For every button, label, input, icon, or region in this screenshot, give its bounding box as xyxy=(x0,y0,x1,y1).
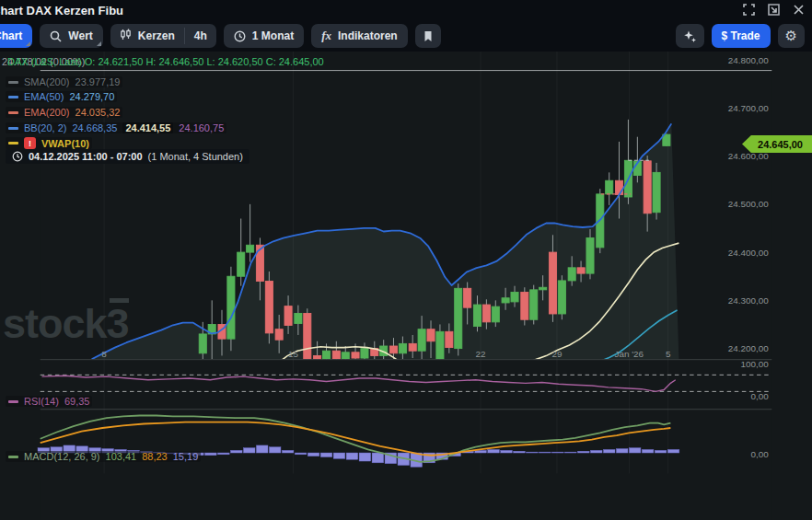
macd-histogram-bar xyxy=(282,450,294,453)
candle-up xyxy=(455,288,462,348)
macd-histogram-bar xyxy=(359,453,371,461)
settings-button[interactable]: ⚙ xyxy=(778,24,805,48)
clock-small-icon xyxy=(12,151,23,162)
candle-down xyxy=(332,351,340,359)
gear-icon: ⚙ xyxy=(785,28,797,44)
legend-row-bb[interactable]: BB(20, 2) 24.668,35 24.414,55 24.160,75 xyxy=(6,122,226,133)
candle-up xyxy=(558,281,565,314)
macd-histogram-bar xyxy=(577,451,589,453)
legend-row-ema200[interactable]: EMA(200) 24.035,32 xyxy=(6,107,122,118)
macd-histogram-bar xyxy=(217,453,229,455)
candle-down xyxy=(446,331,453,347)
templates-button[interactable] xyxy=(415,24,441,48)
stock3-watermark: stock3 xyxy=(3,303,129,344)
candle-down xyxy=(615,180,622,194)
macd-histogram-bar xyxy=(205,453,217,456)
macd-histogram-bar xyxy=(539,452,551,453)
period-button[interactable]: 1 Monat xyxy=(224,24,304,48)
rsi-axis-label: 100,00 xyxy=(740,359,769,369)
macd-histogram-bar xyxy=(514,451,526,453)
candle-up xyxy=(399,343,406,352)
trade-button[interactable]: $ Trade xyxy=(712,24,771,48)
macd-histogram-bar xyxy=(590,450,602,453)
candle-up xyxy=(473,305,481,327)
candle-down xyxy=(482,305,490,322)
symbol-search-button[interactable]: Wert xyxy=(40,24,102,48)
candle-down xyxy=(521,292,528,319)
macd-histogram-bar xyxy=(269,447,281,453)
macd-histogram-bar xyxy=(320,453,332,457)
price-axis-label: 24.300,00 xyxy=(728,295,770,306)
rsi-value: 69,35 xyxy=(64,396,90,407)
candle-up xyxy=(606,180,613,194)
candle-down xyxy=(427,329,435,341)
legend-row-ema50[interactable]: EMA(50) 24.279,70 xyxy=(6,91,117,102)
macd-signal-value: 88,23 xyxy=(142,451,168,462)
period-label: 1 Monat xyxy=(252,29,294,42)
price-axis-label: 24.400,00 xyxy=(728,248,770,258)
chart-window: Chart DAX Kerzen Fibu Chart xyxy=(0,0,812,520)
time-range-value: 04.12.2025 11:00 - 07:00 xyxy=(29,151,143,162)
chart-type-button[interactable]: Kerzen xyxy=(110,24,184,48)
candle-down xyxy=(284,306,292,326)
macd-histogram-bar xyxy=(565,452,577,453)
legend-row-sma[interactable]: SMA(200) 23.977,19 xyxy=(6,76,122,87)
interval-button[interactable]: 4h xyxy=(185,24,216,48)
popout-icon[interactable] xyxy=(767,3,780,16)
ema50-name: EMA(50) xyxy=(24,91,64,102)
macd-histogram-bar xyxy=(667,449,679,453)
chart-button-label: Chart xyxy=(0,29,22,42)
symbol-search-label: Wert xyxy=(68,29,92,42)
macd-color-dash xyxy=(8,456,18,458)
macd-histogram-bar xyxy=(655,450,667,453)
legend-row-rsi[interactable]: RSI(14) 69,35 xyxy=(6,396,92,407)
macd-axis-label: 0,00 xyxy=(750,449,769,459)
candle-up xyxy=(511,292,518,301)
candle-down xyxy=(409,343,416,351)
date-axis-label: Jan '26 xyxy=(615,349,644,359)
bb-lower-value: 24.160,75 xyxy=(179,122,224,133)
candle-up xyxy=(247,245,254,252)
last-price-value: 24.645,00 xyxy=(758,139,803,150)
ema50-color-dash xyxy=(8,96,18,98)
candle-up xyxy=(418,329,425,352)
indicators-button[interactable]: fx Indikatoren xyxy=(311,24,408,48)
macd-histogram-bar xyxy=(603,449,615,453)
close-icon[interactable] xyxy=(792,3,805,16)
ai-assistant-button[interactable] xyxy=(676,24,704,48)
chart-type-label: Kerzen xyxy=(138,29,175,42)
chart-button[interactable]: Chart xyxy=(0,24,32,48)
sma-name: SMA(200) xyxy=(24,76,70,87)
candle-down xyxy=(577,268,585,273)
legend-row-vwap[interactable]: ! VWAP(10) xyxy=(6,137,92,149)
vwap-warning-icon[interactable]: ! xyxy=(24,137,36,149)
candle-down xyxy=(464,288,471,307)
candle-up xyxy=(502,298,509,303)
macd-histogram-bar xyxy=(256,445,268,453)
chart-type-interval-group: Kerzen 4h xyxy=(110,24,216,48)
bb-color-dash xyxy=(8,127,18,130)
legend-row-macd[interactable]: MACD(12, 26, 9) 103,41 88,23 15,19 xyxy=(6,451,201,462)
candle-up xyxy=(199,334,206,353)
rsi-color-dash xyxy=(8,400,18,403)
candle-up xyxy=(568,268,575,281)
candle-up xyxy=(227,276,235,339)
candle-down xyxy=(549,252,556,314)
price-axis-label: 24.500,00 xyxy=(728,199,770,209)
price-axis-label: 24.200,00 xyxy=(728,343,770,353)
candle-down xyxy=(275,329,283,340)
macd-histogram-bar xyxy=(629,448,641,453)
macd-histogram-bar xyxy=(488,449,500,453)
bb-mid-value: 24.414,55 xyxy=(122,122,173,133)
macd-histogram-bar xyxy=(616,449,628,454)
window-controls xyxy=(742,3,805,16)
sparkle-icon xyxy=(683,29,697,43)
title-bar: Chart DAX Kerzen Fibu xyxy=(0,0,812,20)
price-axis-label: 24.800,00 xyxy=(728,55,770,65)
date-axis-label: 15 xyxy=(288,349,299,359)
date-axis-label: 29 xyxy=(551,349,563,359)
date-axis-label: 22 xyxy=(476,349,486,359)
fullscreen-icon[interactable] xyxy=(742,3,755,16)
macd-hist-value: 15,19 xyxy=(173,451,199,462)
candle-up xyxy=(361,349,368,358)
